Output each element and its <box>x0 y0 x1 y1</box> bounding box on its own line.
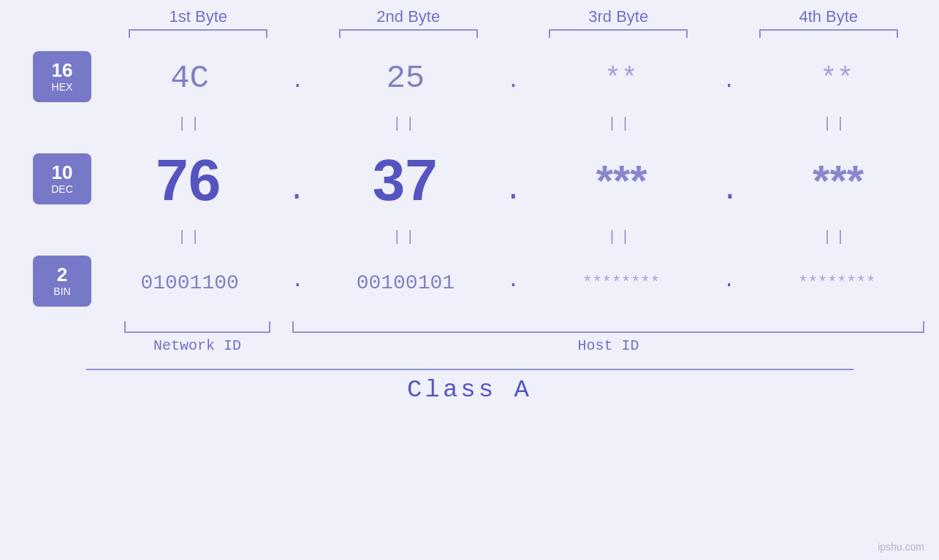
class-row: Class A <box>0 369 939 404</box>
bin-dot1: . <box>292 269 304 296</box>
dec-b4-value: *** <box>813 156 864 206</box>
watermark: ipshu.com <box>878 541 924 553</box>
eq-2-b4: || <box>756 229 916 245</box>
bin-b3-value: ******** <box>582 274 660 292</box>
main-container: 1st Byte 2nd Byte 3rd Byte 4th Byte 16 H… <box>0 0 939 560</box>
eq-2-b3: || <box>541 229 702 245</box>
rows-wrapper: 16 HEX 4C . 25 . ** . ** <box>0 38 939 315</box>
hex-base-label: HEX <box>52 81 73 93</box>
eq-1-b4: || <box>756 115 916 132</box>
bin-dot3: . <box>723 269 735 296</box>
byte1-header: 1st Byte <box>118 7 278 26</box>
dec-dot1: . <box>287 173 305 214</box>
byte3-header: 3rd Byte <box>538 7 699 26</box>
bin-badge: 2 BIN <box>33 256 91 307</box>
hex-base-num: 16 <box>52 60 73 81</box>
bin-b4-value: ******** <box>799 274 876 292</box>
byte-headers: 1st Byte 2nd Byte 3rd Byte 4th Byte <box>94 7 934 26</box>
eq-1-b3: || <box>541 115 702 132</box>
dec-cells: 76 . 37 . *** . *** <box>102 147 939 214</box>
bin-b2-value: 00100101 <box>357 272 455 294</box>
bin-b3-cell: ******** <box>544 274 698 292</box>
equals-row-2: || || || || <box>0 224 939 250</box>
hex-dot1: . <box>292 70 304 96</box>
bracket-2 <box>339 29 478 38</box>
dec-dot2: . <box>504 173 522 214</box>
bracket-4 <box>759 29 898 38</box>
hex-b4-cell: ** <box>760 63 913 94</box>
bin-b1-cell: 01001100 <box>113 272 267 294</box>
hex-badge-slot: 16 HEX <box>0 51 102 106</box>
host-id-label: Host ID <box>292 337 924 354</box>
hex-dot3: . <box>723 70 735 96</box>
bin-b4-cell: ******** <box>760 274 913 292</box>
dec-b2-cell: 37 <box>328 147 482 214</box>
eq-2-b2: || <box>325 229 486 245</box>
hex-badge: 16 HEX <box>33 51 91 102</box>
dec-b1-value: 76 <box>156 147 221 214</box>
hex-row: 16 HEX 4C . 25 . ** . ** <box>0 45 939 111</box>
hex-b3-cell: ** <box>544 63 698 94</box>
class-bracket-line <box>86 369 854 370</box>
hex-dot2: . <box>507 70 520 96</box>
dec-base-num: 10 <box>52 162 73 183</box>
bottom-area: Network ID Host ID <box>0 321 939 365</box>
eq-1-b1: || <box>110 115 271 132</box>
bottom-labels-wrapper: Network ID Host ID <box>102 321 939 365</box>
byte4-header: 4th Byte <box>748 7 909 26</box>
bottom-spacer <box>0 321 102 365</box>
network-bracket <box>124 321 270 333</box>
bin-base-label: BIN <box>53 285 70 297</box>
dec-b3-value: *** <box>596 156 647 206</box>
class-label: Class A <box>407 376 532 404</box>
dec-b2-value: 37 <box>373 147 438 214</box>
dec-base-label: DEC <box>51 183 73 195</box>
eq-2-b1: || <box>110 229 271 245</box>
dec-badge-slot: 10 DEC <box>0 153 102 208</box>
bin-row: 2 BIN 01001100 . 00100101 . ******** . * <box>0 250 939 315</box>
dec-row: 10 DEC 76 . 37 . *** . *** <box>0 137 939 224</box>
dec-b1-cell: 76 <box>112 147 265 214</box>
bin-base-num: 2 <box>57 264 67 285</box>
eq-1-b2: || <box>325 115 486 132</box>
bracket-3 <box>549 29 688 38</box>
hex-b3-value: ** <box>604 63 638 94</box>
network-id-label: Network ID <box>124 337 270 354</box>
dec-b3-cell: *** <box>545 156 699 206</box>
host-bracket <box>292 321 924 333</box>
bin-b1-value: 01001100 <box>140 272 238 294</box>
dec-badge: 10 DEC <box>33 153 91 204</box>
dec-dot3: . <box>721 173 739 214</box>
bin-cells: 01001100 . 00100101 . ******** . *******… <box>102 269 939 296</box>
bin-badge-slot: 2 BIN <box>0 256 102 310</box>
hex-b4-value: ** <box>821 63 854 94</box>
hex-b2-cell: 25 <box>329 60 482 96</box>
bin-dot2: . <box>507 269 520 296</box>
dec-b4-cell: *** <box>761 156 915 206</box>
bin-b2-cell: 00100101 <box>329 272 482 294</box>
hex-b2-value: 25 <box>386 60 425 96</box>
hex-b1-cell: 4C <box>113 60 267 96</box>
eq-cells-2: || || || || <box>102 229 939 245</box>
equals-row-1: || || || || <box>0 111 939 137</box>
bracket-row <box>94 29 934 38</box>
hex-b1-value: 4C <box>170 60 209 96</box>
bracket-1 <box>129 29 267 38</box>
hex-cells: 4C . 25 . ** . ** <box>102 60 939 96</box>
eq-cells-1: || || || || <box>102 115 939 132</box>
byte2-header: 2nd Byte <box>328 7 489 26</box>
